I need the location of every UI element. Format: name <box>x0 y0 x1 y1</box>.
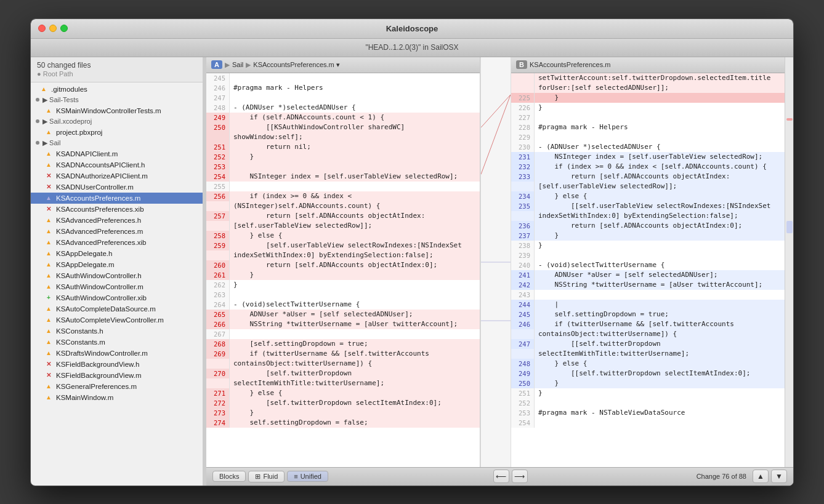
x-icon: ✕ <box>44 183 53 191</box>
sidebar-item-ksauthwindow-m[interactable]: ▲ KSAuthWindowController.m <box>31 281 203 292</box>
sidebar-item-ksauthwindow-xib[interactable]: + KSAuthWindowController.xib <box>31 292 203 303</box>
prev-change-button[interactable]: ▲ <box>753 470 769 483</box>
sidebar-item-ksauthwindow-h[interactable]: ▲ KSAuthWindowController.h <box>31 270 203 281</box>
file-label: KSADNUserController.m <box>56 183 134 191</box>
sidebar-item-ksautocompletedata[interactable]: ▲ KSAutoCompleteDataSource.m <box>31 303 203 314</box>
root-path-label: Root Path <box>43 70 73 78</box>
code-line: 254 <box>511 418 785 428</box>
code-line-changed-right: 237 } <box>511 231 785 241</box>
right-panel-header: B KSAccountsPreferences.m <box>511 57 785 73</box>
sidebar-item-project[interactable]: ▲ project.pbxproj <box>31 127 203 138</box>
sidebar-item-ksdrafts[interactable]: ▲ KSDraftsWindowController.m <box>31 348 203 359</box>
triangle-icon: ▲ <box>44 382 53 391</box>
file-label: KSAutoCompleteViewController.m <box>56 316 164 324</box>
sidebar-item-ksadnuser[interactable]: ✕ KSADNUserController.m <box>31 182 203 193</box>
subtitle-text: "HEAD..1.2.0(3)" in SailOSX <box>365 43 458 52</box>
svg-line-1 <box>481 94 511 174</box>
sidebar-item-ksadnauthorize[interactable]: ✕ KSADNAuthorizeAPIClient.m <box>31 170 203 182</box>
nav-right-button[interactable]: ⟶ <box>512 470 528 483</box>
code-line-changed-right: 241 ADNUser *aUser = [self selectedADNUs… <box>511 270 785 280</box>
code-line-changed: 254 NSInteger index = [self.userTableVie… <box>206 172 480 182</box>
code-line: 246 #pragma mark - Helpers <box>206 83 480 93</box>
close-button[interactable] <box>38 25 46 32</box>
window-title: Kaleidoscope <box>386 24 438 33</box>
sidebar-files[interactable]: ▲ .gitmodules ▶ Sail-Tests ▲ KSMainWindo… <box>31 82 203 486</box>
code-line-changed-right: 246 if (twitterUsername && [self.twitter… <box>511 319 785 329</box>
file-label: KSAuthWindowController.h <box>56 272 142 279</box>
code-line-changed: selectItemWithTitle:twitterUsername]; <box>206 378 480 388</box>
svg-line-0 <box>481 94 511 127</box>
file-label: KSConstants.m <box>56 338 105 346</box>
code-line-changed: 268 [self.settingDropdown = true; <box>206 339 480 349</box>
code-line-changed: 225 } <box>511 93 785 103</box>
code-line-changed: 259 [self.userTableView selectRowIndexes… <box>206 241 480 250</box>
code-line: 245 <box>206 73 480 83</box>
file-label: KSAuthWindowController.m <box>56 283 143 290</box>
code-line: 251 } <box>511 388 785 398</box>
triangle-icon: ▲ <box>44 260 53 269</box>
breadcrumb-sep2: ▶ <box>246 61 251 69</box>
left-diff-panel: A ▶ Sail ▶ KSAccountsPreferences.m ▾ 245 <box>206 57 480 467</box>
sidebar-item-ksadvancedprefs-h[interactable]: ▲ KSAdvancedPreferences.h <box>31 215 203 226</box>
triangle-icon: ▲ <box>44 327 53 335</box>
sidebar-item-ksgeneralprefs[interactable]: ▲ KSGeneralPreferences.m <box>31 381 203 392</box>
sidebar-item-ksadnaccounts[interactable]: ▲ KSADNAccountsAPIClient.h <box>31 159 203 170</box>
sidebar-item-ksappdelegate-m[interactable]: ▲ KSAppDelegate.m <box>31 259 203 270</box>
file-label: KSGeneralPreferences.m <box>56 383 137 390</box>
right-scrollbar[interactable] <box>785 57 793 467</box>
triangle-icon: ▲ <box>44 338 53 346</box>
triangle-icon: ▲ <box>44 216 53 225</box>
code-line-removed: showWindow:self]; <box>206 132 480 142</box>
connector-area <box>480 57 511 467</box>
sidebar-item-ksaccountsprefs-xib[interactable]: ✕ KSAccountsPreferences.xib <box>31 204 203 215</box>
sidebar-item-ksadvancedprefs-xib[interactable]: ▲ KSAdvancedPreferences.xib <box>31 237 203 248</box>
sidebar-item-ksMainWindowControllerTests[interactable]: ▲ KSMainWindowControllerTests.m <box>31 105 203 116</box>
subtitle-bar: "HEAD..1.2.0(3)" in SailOSX <box>31 39 793 57</box>
right-diff-content[interactable]: setTwitterAccount:self.twitterDropdown.s… <box>511 73 785 467</box>
maximize-button[interactable] <box>60 25 68 32</box>
triangle-icon: ▲ <box>44 106 53 115</box>
code-line-removed: setTwitterAccount:self.twitterDropdown.s… <box>511 73 785 83</box>
next-change-button[interactable]: ▼ <box>771 470 787 483</box>
left-diff-content[interactable]: 245 246 #pragma mark - Helpers 247 <box>206 73 480 467</box>
code-line: 253 #pragma mark - NSTableViewDataSource <box>511 408 785 418</box>
changed-files-count: 50 changed files <box>37 61 91 70</box>
sidebar-item-gitmodules[interactable]: ▲ .gitmodules <box>31 84 203 95</box>
file-label: KSAutoCompleteDataSource.m <box>56 305 156 313</box>
fluid-button[interactable]: ⊞ Fluid <box>248 471 285 482</box>
code-line-removed: forUser:[self selectedADNUser]]; <box>511 83 785 93</box>
code-line: 240 - (void)selectTwitterUsername { <box>511 260 785 270</box>
code-line-changed: 257 return [self.ADNAccounts objectAtInd… <box>206 211 480 221</box>
sidebar-item-ksfieldback-m[interactable]: ✕ KSFieldBackgroundView.m <box>31 370 203 381</box>
code-line-changed: 258 } else { <box>206 231 480 241</box>
breadcrumb-sep1: ▶ <box>225 61 230 69</box>
titlebar: Kaleidoscope <box>31 19 793 39</box>
blocks-button[interactable]: Blocks <box>212 471 246 482</box>
sidebar-section-xcodeproj[interactable]: ▶ Sail.xcodeproj <box>31 116 203 127</box>
code-line-changed-right: 234 } else { <box>511 191 785 201</box>
breadcrumb-sail: Sail <box>232 61 243 68</box>
nav-left-button[interactable]: ⟵ <box>493 470 509 483</box>
code-line-changed: (NSInteger)self.ADNAccounts.count) { <box>206 201 480 211</box>
connectors-svg <box>481 57 511 467</box>
code-line-changed-right: 242 NSString *twitterUsername = [aUser t… <box>511 280 785 290</box>
sidebar-item-ksautocompleteview[interactable]: ▲ KSAutoCompleteViewController.m <box>31 314 203 326</box>
sidebar-item-ksmainwindow[interactable]: ▲ KSMainWindow.m <box>31 392 203 403</box>
code-line-removed: 252 } <box>206 152 480 162</box>
sidebar-item-ksfieldback-h[interactable]: ✕ KSFieldBackgroundView.h <box>31 359 203 370</box>
sidebar-item-ksconstants-m[interactable]: ▲ KSConstants.m <box>31 337 203 348</box>
minimize-button[interactable] <box>49 25 57 32</box>
sidebar-section-sail[interactable]: ▶ Sail <box>31 138 203 148</box>
sidebar-section-sail-tests[interactable]: ▶ Sail-Tests <box>31 95 203 105</box>
sidebar-item-ksappdelegate-h[interactable]: ▲ KSAppDelegate.h <box>31 248 203 259</box>
sidebar-item-ksadnapiclient[interactable]: ▲ KSADNAPIClient.m <box>31 148 203 159</box>
file-label: KSADNAccountsAPIClient.h <box>56 161 145 169</box>
file-label: KSMainWindow.m <box>56 394 113 401</box>
triangle-icon: ▲ <box>44 271 53 280</box>
sidebar-item-ksaccountsprefs[interactable]: ▲ KSAccountsPreferences.m <box>31 193 203 204</box>
code-line-changed-right: selectItemWithTitle:twitterUsername]; <box>511 349 785 359</box>
code-line: 264 - (void)selectTwitterUsername { <box>206 300 480 310</box>
unified-button[interactable]: ≡ Unified <box>287 471 328 482</box>
sidebar-item-ksconstants-h[interactable]: ▲ KSConstants.h <box>31 326 203 337</box>
sidebar-item-ksadvancedprefs-m[interactable]: ▲ KSAdvancedPreferences.m <box>31 226 203 237</box>
